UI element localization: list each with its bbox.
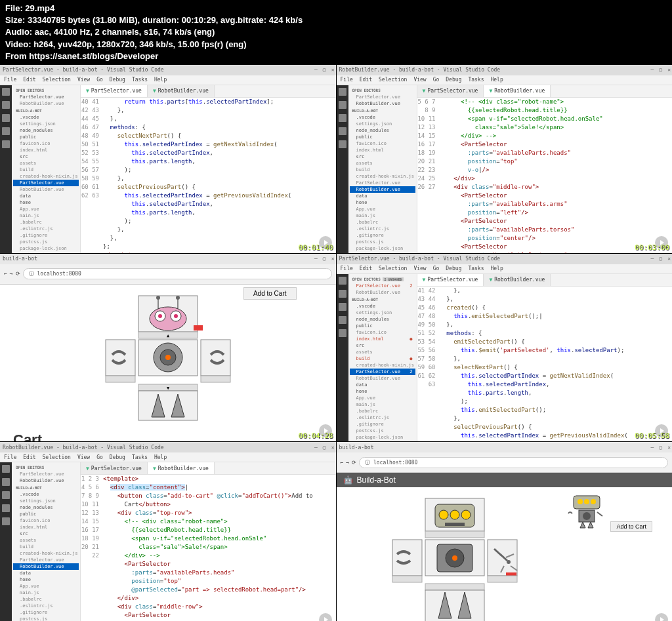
svg-rect-40: [392, 576, 422, 582]
panel-4-vscode: PartSelector.vue - build-a-bot - Visual …: [337, 254, 673, 442]
timestamp-overlay: 00:01:40: [299, 243, 333, 252]
svg-point-29: [461, 510, 471, 519]
audio-label: Audio:: [5, 27, 32, 37]
svg-rect-31: [392, 540, 422, 576]
back-icon[interactable]: ←: [341, 460, 344, 466]
svg-point-11: [174, 314, 178, 318]
cart-section: Cart RobotCost Friendly Bot4100.5: [13, 431, 323, 442]
svg-rect-41: [488, 576, 517, 582]
file-name: 29.mp4: [25, 3, 54, 13]
svg-point-10: [158, 314, 162, 318]
explorer-icon[interactable]: [2, 88, 10, 96]
robot-builder-area: ▲: [13, 292, 323, 424]
svg-point-27: [439, 510, 448, 519]
menubar: FileEditSelectionViewGoDebugTasksHelp: [0, 75, 336, 85]
svg-rect-15: [201, 340, 230, 376]
robot-preview: ▲: [102, 292, 234, 424]
code-content[interactable]: return this.parts[this.selectedPartIndex…: [103, 98, 336, 253]
search-icon[interactable]: [2, 101, 10, 109]
panel-5-vscode: RobotBuilder.vue - build-a-bot - Visual …: [0, 442, 336, 621]
minimize-icon[interactable]: —: [314, 67, 318, 73]
vue-icon: ▼: [153, 88, 156, 94]
editor-area: ▼PartSelector.vue ▼RobotBuilder.vue 40 4…: [81, 85, 336, 253]
svg-rect-30: [445, 523, 465, 526]
activity-bar: [0, 85, 12, 253]
svg-point-5: [156, 296, 160, 300]
svg-rect-19: [106, 376, 135, 382]
svg-point-7: [150, 307, 186, 331]
svg-rect-12: [194, 325, 203, 331]
mini-robot-icon: [567, 492, 606, 529]
app-header: 🤖 Build-a-Bot: [337, 473, 673, 487]
size-label: Size:: [5, 15, 25, 25]
reload-icon[interactable]: ⟳: [16, 271, 20, 277]
svg-rect-42: [425, 584, 484, 590]
video-label: Video:: [5, 39, 32, 49]
extensions-icon[interactable]: [2, 140, 10, 148]
svg-point-6: [176, 296, 180, 300]
svg-point-36: [452, 555, 457, 561]
svg-point-28: [450, 510, 459, 519]
svg-point-18: [165, 355, 171, 360]
git-icon[interactable]: [2, 114, 10, 122]
open-editor-item[interactable]: PartSelector.vue: [13, 94, 79, 100]
menu-file[interactable]: File: [4, 77, 16, 83]
media-info-header: File: 29.mp4 Size: 33340785 bytes (31.80…: [0, 0, 672, 65]
forward-icon[interactable]: →: [10, 271, 13, 277]
window-titlebar: PartSelector.vue - build-a-bot - Visual …: [0, 65, 336, 75]
svg-point-38: [507, 560, 511, 564]
svg-point-45: [578, 499, 583, 504]
add-to-cart-button[interactable]: Add to Cart: [610, 521, 652, 532]
debug-icon[interactable]: [2, 127, 10, 135]
address-bar[interactable]: ⓘ localhost:8080: [359, 457, 668, 468]
tab-partselector[interactable]: ▼PartSelector.vue: [81, 85, 148, 97]
panel-6-browser: build-a-bot—▢✕ ← → ⟳ ⓘ localhost:8080 🤖 …: [337, 442, 673, 621]
app-title: Build-a-Bot: [357, 475, 396, 485]
svg-rect-43: [425, 590, 484, 621]
reload-icon[interactable]: ⟳: [352, 460, 356, 466]
panel-2-vscode: RobotBuilder.vue - build-a-bot - Visual …: [337, 65, 673, 253]
line-numbers: 40 41 42 43 44 45 46 47 48 49 50 51 52 5…: [81, 98, 103, 253]
svg-rect-20: [201, 376, 230, 382]
sidebar-preview: Add to Cart: [567, 492, 652, 532]
cart-title: Cart: [13, 431, 323, 442]
tab-robotbuilder[interactable]: ▼RobotBuilder.vue: [148, 85, 215, 97]
panel-1-vscode: PartSelector.vue - build-a-bot - Visual …: [0, 65, 336, 253]
maximize-icon[interactable]: ▢: [323, 67, 326, 73]
browser-toolbar: ← → ⟳ ⓘ localhost:8080: [0, 264, 336, 285]
address-bar[interactable]: ⓘ localhost:8080: [23, 268, 332, 279]
file-label: File:: [5, 3, 23, 13]
close-icon[interactable]: ✕: [331, 67, 335, 73]
robot-preview: [376, 495, 534, 621]
svg-point-46: [584, 499, 589, 504]
svg-point-47: [591, 499, 596, 504]
svg-rect-23: [138, 391, 198, 420]
panel-3-browser: build-a-bot—▢✕ ← → ⟳ ⓘ localhost:8080 Ad…: [0, 254, 336, 442]
from-label: From: [5, 51, 27, 61]
svg-rect-25: [425, 531, 484, 538]
forward-icon[interactable]: →: [346, 460, 349, 466]
back-icon[interactable]: ←: [4, 271, 7, 277]
code-editor[interactable]: 40 41 42 43 44 45 46 47 48 49 50 51 52 5…: [81, 98, 336, 253]
svg-point-49: [583, 512, 591, 520]
robot-logo-icon: 🤖: [343, 475, 353, 485]
explorer-panel: OPEN EDITORS PartSelector.vue RobotBuild…: [12, 85, 81, 253]
vue-icon: ▼: [86, 88, 89, 94]
svg-rect-13: [106, 340, 135, 376]
